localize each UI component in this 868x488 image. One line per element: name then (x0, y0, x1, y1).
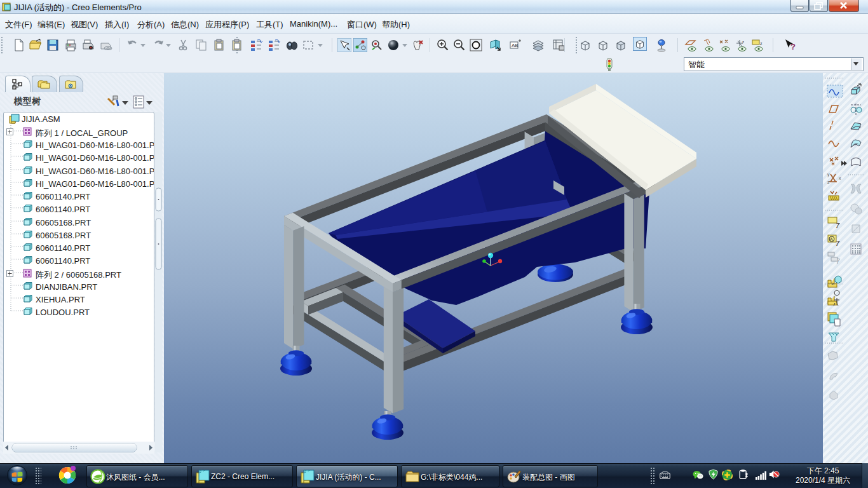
svg-text:7: 7 (836, 258, 840, 265)
svg-text:7: 7 (836, 222, 840, 229)
svg-text:x: x (839, 176, 841, 180)
svg-text:z: z (760, 41, 763, 46)
svg-text:?: ? (790, 42, 796, 51)
svg-text:AB: AB (512, 43, 519, 48)
svg-text:z: z (742, 40, 744, 44)
svg-text:z: z (827, 180, 830, 184)
svg-text:7: 7 (836, 240, 840, 247)
svg-text:A: A (830, 237, 833, 241)
svg-text:y: y (827, 172, 830, 177)
